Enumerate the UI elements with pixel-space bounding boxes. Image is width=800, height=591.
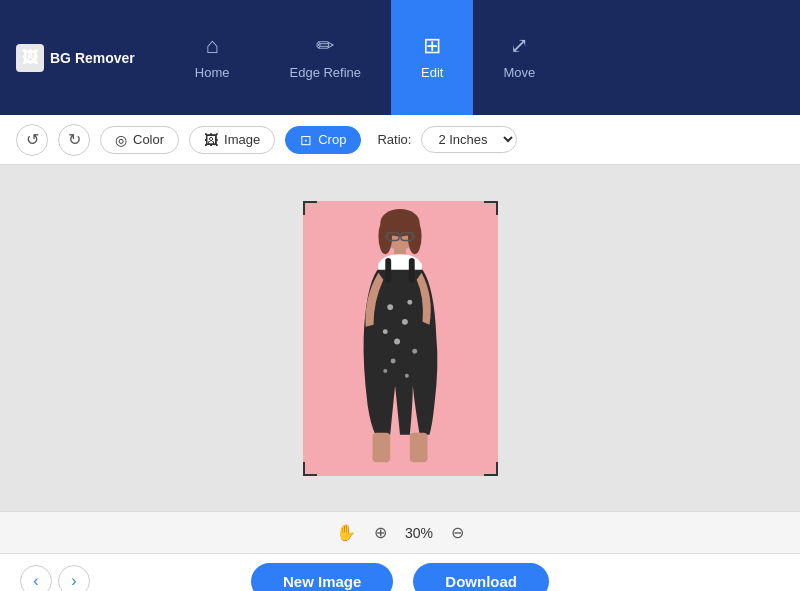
download-button[interactable]: Download xyxy=(413,563,549,592)
edge-refine-icon: ✏ xyxy=(316,35,334,57)
new-image-button[interactable]: New Image xyxy=(251,563,393,592)
color-icon: ◎ xyxy=(115,132,127,148)
header: 🖼 BG Remover ⌂ Home ✏ Edge Refine ⊞ Edit… xyxy=(0,0,800,115)
home-icon: ⌂ xyxy=(206,35,219,57)
app-logo: 🖼 BG Remover xyxy=(16,44,135,72)
tab-edit-label: Edit xyxy=(421,65,443,80)
svg-point-12 xyxy=(407,299,412,304)
color-button[interactable]: ◎ Color xyxy=(100,126,179,154)
crop-handle-bl[interactable] xyxy=(303,462,317,476)
image-button[interactable]: 🖼 Image xyxy=(189,126,275,154)
next-button[interactable]: › xyxy=(58,565,90,591)
ratio-label: Ratio: xyxy=(377,132,411,147)
hand-tool-icon[interactable]: ✋ xyxy=(336,523,356,542)
download-label: Download xyxy=(445,573,517,590)
image-container xyxy=(303,201,498,476)
zoom-out-icon[interactable]: ⊖ xyxy=(451,523,464,542)
new-image-label: New Image xyxy=(283,573,361,590)
person-figure xyxy=(335,209,465,469)
tab-edit[interactable]: ⊞ Edit xyxy=(391,0,473,115)
undo-icon: ↺ xyxy=(26,130,39,149)
svg-rect-7 xyxy=(385,258,391,283)
crop-label: Crop xyxy=(318,132,346,147)
tab-move[interactable]: ⤢ Move xyxy=(473,0,565,115)
crop-handle-br[interactable] xyxy=(484,462,498,476)
tab-home-label: Home xyxy=(195,65,230,80)
prev-button[interactable]: ‹ xyxy=(20,565,52,591)
svg-point-13 xyxy=(383,329,388,334)
svg-point-10 xyxy=(402,318,408,324)
ratio-select[interactable]: 2 Inches 1:1 4:3 16:9 Free xyxy=(421,126,517,153)
crop-handle-tr[interactable] xyxy=(484,201,498,215)
redo-button[interactable]: ↻ xyxy=(58,124,90,156)
zoom-percent: 30% xyxy=(405,525,433,541)
tab-edge-refine[interactable]: ✏ Edge Refine xyxy=(260,0,392,115)
image-icon: 🖼 xyxy=(204,132,218,148)
svg-point-9 xyxy=(387,304,393,310)
toolbar: ↺ ↻ ◎ Color 🖼 Image ⊡ Crop Ratio: 2 Inch… xyxy=(0,115,800,165)
tab-edge-refine-label: Edge Refine xyxy=(290,65,362,80)
svg-rect-18 xyxy=(373,432,391,461)
crop-handle-tl[interactable] xyxy=(303,201,317,215)
move-icon: ⤢ xyxy=(510,35,528,57)
undo-button[interactable]: ↺ xyxy=(16,124,48,156)
svg-rect-8 xyxy=(409,258,415,283)
canvas-area xyxy=(0,165,800,511)
status-bar: ✋ ⊕ 30% ⊖ xyxy=(0,511,800,553)
svg-point-11 xyxy=(394,338,400,344)
redo-icon: ↻ xyxy=(68,130,81,149)
image-label: Image xyxy=(224,132,260,147)
svg-point-14 xyxy=(412,348,417,353)
nav-tabs: ⌂ Home ✏ Edge Refine ⊞ Edit ⤢ Move xyxy=(165,0,565,115)
app-title: BG Remover xyxy=(50,50,135,66)
svg-rect-19 xyxy=(410,432,428,461)
color-label: Color xyxy=(133,132,164,147)
action-bar: ‹ › New Image Download xyxy=(0,553,800,591)
svg-point-17 xyxy=(383,368,387,372)
svg-point-16 xyxy=(405,373,409,377)
crop-icon: ⊡ xyxy=(300,132,312,148)
zoom-in-icon[interactable]: ⊕ xyxy=(374,523,387,542)
app-logo-icon: 🖼 xyxy=(16,44,44,72)
tab-move-label: Move xyxy=(503,65,535,80)
edit-icon: ⊞ xyxy=(423,35,441,57)
svg-point-15 xyxy=(391,358,396,363)
tab-home[interactable]: ⌂ Home xyxy=(165,0,260,115)
crop-button[interactable]: ⊡ Crop xyxy=(285,126,361,154)
